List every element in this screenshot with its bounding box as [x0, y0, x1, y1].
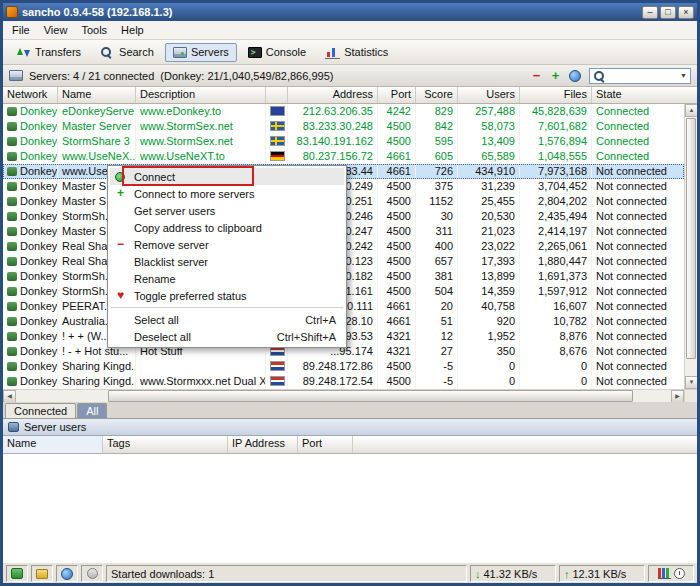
- scroll-up-icon[interactable]: ▲: [685, 104, 697, 117]
- close-button[interactable]: ×: [678, 6, 694, 19]
- column-header-score[interactable]: Score: [416, 87, 458, 103]
- blank-icon: [113, 255, 128, 268]
- context-item-select-all[interactable]: Select allCtrl+A: [110, 311, 344, 328]
- tab-servers[interactable]: Servers: [165, 43, 237, 62]
- table-row[interactable]: DonkeySharing Kingd...www.Stormxxx.net D…: [3, 374, 684, 389]
- server-table-header: NetworkNameDescriptionAddressPortScoreUs…: [3, 87, 697, 104]
- cell-flag: [266, 149, 288, 164]
- vertical-scroll-track[interactable]: [685, 360, 697, 376]
- statusbar-right-icons[interactable]: [648, 565, 694, 582]
- tab-search[interactable]: Search: [92, 43, 162, 62]
- remove-server-button[interactable]: −: [528, 68, 545, 84]
- menu-item-file[interactable]: File: [5, 22, 37, 38]
- users-column-header-tags[interactable]: Tags: [103, 436, 228, 453]
- donkey-network-icon: [7, 377, 17, 386]
- context-item-deselect-all[interactable]: Deselect allCtrl+Shift+A: [110, 328, 344, 345]
- column-header-port[interactable]: Port: [378, 87, 416, 103]
- users-column-header-ip-address[interactable]: IP Address: [228, 436, 298, 453]
- horizontal-scroll-track[interactable]: [16, 390, 671, 402]
- cell-score: -5: [416, 374, 458, 389]
- tab-statistics[interactable]: Statistics: [317, 43, 396, 62]
- context-item-connect[interactable]: Connect: [110, 168, 344, 185]
- cell-files: 3,704,452: [520, 179, 592, 194]
- context-item-label: Rename: [134, 273, 336, 285]
- users-column-header-filler: [353, 436, 697, 453]
- table-row[interactable]: DonkeySharing Kingd...89.248.172.864500-…: [3, 359, 684, 374]
- menu-item-help[interactable]: Help: [114, 22, 151, 38]
- add-server-button[interactable]: +: [547, 68, 564, 84]
- column-header-files[interactable]: Files: [520, 87, 592, 103]
- table-row[interactable]: Donkeywww.UseNeX...www.UseNeXT.to80.237.…: [3, 149, 684, 164]
- minimize-button[interactable]: –: [642, 6, 658, 19]
- context-item-label: Connect: [134, 171, 336, 183]
- cell-files: 1,048,555: [520, 149, 592, 164]
- view-tab-all[interactable]: All: [77, 403, 107, 418]
- cell-files: 8,676: [520, 344, 592, 359]
- cell-port: 4500: [378, 134, 416, 149]
- scroll-right-icon[interactable]: ▶: [671, 390, 684, 402]
- context-item-copy-address-to-clipboard[interactable]: Copy address to clipboard: [110, 219, 344, 236]
- column-header-users[interactable]: Users: [458, 87, 520, 103]
- column-header-name[interactable]: Name: [58, 87, 136, 103]
- users-column-header-port[interactable]: Port: [298, 436, 353, 453]
- filter-input[interactable]: [609, 70, 677, 82]
- cell-state: Not connected: [592, 284, 684, 299]
- column-header-network[interactable]: Network: [3, 87, 58, 103]
- context-item-rename[interactable]: Rename: [110, 270, 344, 287]
- flag-nl-icon: [270, 361, 285, 371]
- title-bar[interactable]: sancho 0.9.4-58 (192.168.1.3) –□×: [3, 3, 697, 21]
- log-icon: [87, 568, 98, 579]
- cell-score: 51: [416, 314, 458, 329]
- context-item-toggle-preferred-status[interactable]: ♥Toggle preferred status: [110, 287, 344, 304]
- column-header-description[interactable]: Description: [136, 87, 266, 103]
- context-item-remove-server[interactable]: −Remove server: [110, 236, 344, 253]
- context-item-blacklist-server[interactable]: Blacklist server: [110, 253, 344, 270]
- view-tab-connected[interactable]: Connected: [5, 403, 76, 418]
- scroll-left-icon[interactable]: ◀: [3, 390, 16, 402]
- column-header-flag[interactable]: [266, 87, 288, 103]
- flag-nl-icon: [270, 376, 285, 386]
- download-speed-panel: 41.32 KB/s: [470, 565, 556, 582]
- cell-port: 4321: [378, 329, 416, 344]
- bottom-tabs: ConnectedAll: [3, 402, 697, 419]
- cell-network: Donkey: [3, 224, 58, 239]
- menu-item-view[interactable]: View: [37, 22, 75, 38]
- chevron-down-icon[interactable]: ▼: [680, 72, 687, 79]
- cell-state: Not connected: [592, 164, 684, 179]
- horizontal-scrollbar[interactable]: ◀ ▶: [3, 389, 684, 402]
- table-row[interactable]: DonkeyeDonkeyServe...www.eDonkey.to212.6…: [3, 104, 684, 119]
- maximize-button[interactable]: □: [660, 6, 676, 19]
- context-item-get-server-users[interactable]: Get server users: [110, 202, 344, 219]
- cell-score: 375: [416, 179, 458, 194]
- cell-network: Donkey: [3, 374, 58, 389]
- filter-box: ▼: [589, 68, 691, 84]
- table-row[interactable]: DonkeyMaster Server 10www.StormSex.net83…: [3, 119, 684, 134]
- context-item-shortcut: Ctrl+Shift+A: [277, 331, 336, 343]
- table-row[interactable]: DonkeyStormShare 3www.StormSex.net83.140…: [3, 134, 684, 149]
- cell-address: 212.63.206.35: [288, 104, 378, 119]
- column-header-address[interactable]: Address: [288, 87, 378, 103]
- cell-score: 657: [416, 254, 458, 269]
- vertical-scroll-thumb[interactable]: [686, 118, 696, 359]
- users-column-header-name[interactable]: Name: [3, 436, 103, 453]
- context-item-connect-to-more-servers[interactable]: +Connect to more servers: [110, 185, 344, 202]
- vertical-scrollbar[interactable]: ▲ ▼: [684, 104, 697, 389]
- network-cell[interactable]: [56, 565, 78, 582]
- core-connection-cell[interactable]: [6, 565, 28, 582]
- menu-item-tools[interactable]: Tools: [74, 22, 114, 38]
- cell-port: 4500: [378, 284, 416, 299]
- log-cell[interactable]: [81, 565, 103, 582]
- import-servers-button[interactable]: [566, 68, 583, 84]
- scroll-down-icon[interactable]: ▼: [685, 376, 697, 389]
- tab-console[interactable]: Console: [240, 43, 314, 62]
- donkey-network-icon: [7, 317, 17, 326]
- messages-cell[interactable]: [31, 565, 53, 582]
- servers-icon: [9, 70, 23, 81]
- plus-icon: +: [552, 69, 560, 83]
- horizontal-scroll-thumb[interactable]: [108, 390, 633, 402]
- upload-arrow-icon: [564, 568, 570, 580]
- network-label: Donkey: [20, 330, 57, 342]
- tab-transfers[interactable]: Transfers: [8, 43, 89, 62]
- column-header-state[interactable]: State: [592, 87, 697, 103]
- tab-label: Servers: [191, 46, 229, 58]
